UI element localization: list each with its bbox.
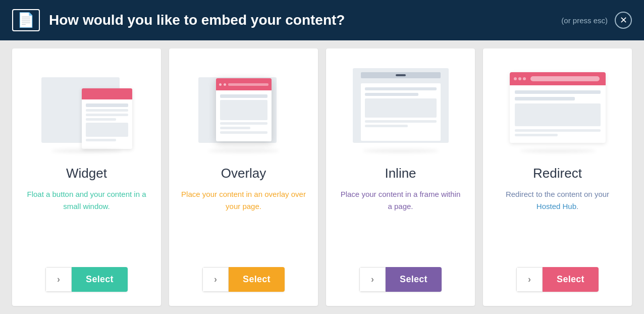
redirect-desc-text2: . [576, 202, 578, 211]
header-icon: 📄 [12, 9, 40, 31]
header: 📄 How would you like to embed your conte… [0, 0, 644, 40]
overlay-arrow-button[interactable]: › [202, 267, 229, 292]
inline-select-wrap: › Select [359, 267, 442, 292]
overlay-illustration [181, 61, 306, 156]
esc-hint: (or press esc) [561, 16, 608, 25]
widget-select-button[interactable]: Select [72, 267, 128, 292]
inline-desc: Place your content in a frame within a p… [338, 188, 463, 219]
header-title: How would you like to embed your content… [49, 12, 561, 28]
redirect-desc-text1: Redirect to the content on your [506, 190, 609, 198]
overlay-select-wrap: › Select [202, 267, 285, 292]
overlay-desc: Place your content in an overlay over yo… [181, 188, 306, 219]
widget-illustration [24, 61, 149, 156]
inline-select-button[interactable]: Select [386, 267, 442, 292]
redirect-select-wrap: › Select [516, 267, 599, 292]
inline-card: Inline Place your content in a frame wit… [326, 48, 475, 306]
redirect-desc: Redirect to the content on your Hosted H… [495, 188, 620, 219]
cards-container: Widget Float a button and your content i… [0, 40, 644, 314]
overlay-card: Overlay Place your content in an overlay… [169, 48, 318, 306]
widget-card: Widget Float a button and your content i… [12, 48, 161, 306]
inline-title: Inline [385, 166, 416, 181]
overlay-select-button[interactable]: Select [229, 267, 285, 292]
inline-illustration [338, 61, 463, 156]
redirect-hosted-hub-link: Hosted Hub [536, 202, 576, 211]
widget-arrow-button[interactable]: › [45, 267, 72, 292]
widget-desc: Float a button and your content in a sma… [24, 188, 149, 219]
widget-title: Widget [66, 166, 107, 181]
redirect-illustration [495, 61, 620, 156]
widget-select-wrap: › Select [45, 267, 128, 292]
redirect-select-button[interactable]: Select [543, 267, 599, 292]
redirect-arrow-button[interactable]: › [516, 267, 543, 292]
inline-arrow-button[interactable]: › [359, 267, 386, 292]
close-button[interactable]: ✕ [615, 12, 632, 29]
overlay-title: Overlay [221, 166, 266, 181]
redirect-title: Redirect [533, 166, 582, 181]
redirect-card: Redirect Redirect to the content on your… [483, 48, 632, 306]
